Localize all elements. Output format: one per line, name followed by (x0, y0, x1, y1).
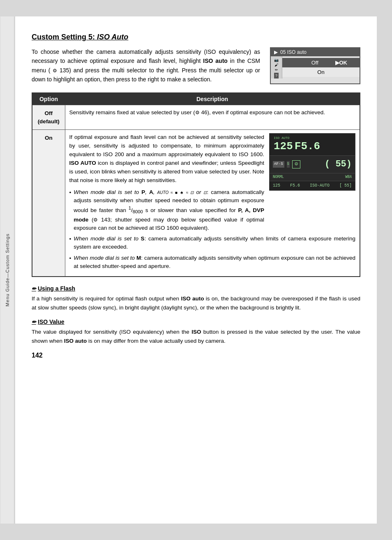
control-panel-image: ISO AUTO 125 F5.6 AF·S S ⊙ ( 55) (269, 133, 355, 190)
option-off: Off (default) (32, 105, 65, 130)
bullet-item-3: • When mode dial is set to M: camera aut… (69, 254, 356, 271)
camera-icon-2: ⚙ (93, 217, 98, 223)
lcd-off-label: Off (295, 60, 335, 66)
lcd-row-on: On (282, 67, 360, 77)
sidebar: Menu Guide—Custom Settings (0, 16, 14, 524)
panel-s-icon: S (287, 161, 290, 168)
bullet-1-comma: , (145, 189, 147, 195)
panel-aperture: F5.6 (295, 140, 320, 153)
panel-a-label: A (350, 175, 352, 179)
bullet-item-1: • When mode dial is set to P, A, AUTO ≈ … (69, 188, 265, 232)
intro-text: To choose whether the camera automatical… (32, 47, 260, 84)
panel-bottom-row: NORML WBA (269, 173, 355, 181)
note-using-flash: ✏ Using a Flash If a high sensitivity is… (32, 285, 360, 312)
page-number: 142 (32, 352, 360, 359)
lcd-row-off: Off ▶OK (282, 58, 360, 67)
lcd-icon-pencil: ✏ (275, 68, 278, 72)
bullet-list: • When mode dial is set to P, A, AUTO ≈ … (69, 188, 356, 270)
note-flash-label: Using a Flash (38, 285, 75, 292)
bullet-1-icons: , AUTO ≈ ■ ♣ ≈ ⊡ or ⊡ (153, 189, 207, 195)
iso-btn-ref: ISO (191, 329, 201, 335)
vf-shutter: 125 (273, 182, 280, 189)
vf-ev: [ 55] (339, 182, 352, 189)
table-row-off: Off (default) Sensitivity remains fixed … (32, 105, 360, 130)
sidebar-label: Menu Guide—Custom Settings (5, 233, 10, 307)
bullet-1-a: A (149, 189, 153, 195)
iso-auto-ref-2: ISO auto (64, 338, 87, 344)
options-table: Option Description Off (default) Sensiti… (32, 92, 360, 277)
col-option-header: Option (32, 93, 65, 105)
desc-on-text-1: If optimal exposure and flash level can … (69, 134, 265, 157)
panel-focus-square: ⊙ (292, 160, 300, 168)
default-label: (default) (38, 118, 60, 125)
mode-icons: AUTO ≈ ■ ♣ ≈ ⊡ (157, 190, 194, 195)
bullet-text-2: When mode dial is set to S: camera autom… (74, 235, 355, 252)
desc-on-text-2: icon is displayed in control panel and v… (69, 160, 265, 183)
panel-top: ISO AUTO 125 F5.6 (269, 133, 355, 156)
note-flash-icon: ✏ (32, 286, 36, 292)
title-italic: ISO Auto (97, 33, 128, 41)
csm-icon: ⚙ (53, 68, 57, 74)
bullet-item-2: • When mode dial is set to S: camera aut… (69, 235, 356, 252)
panel-ev-value: ( 55) (325, 157, 352, 171)
intro-page-ref: 135) and press the multi selector to the… (32, 67, 260, 83)
vf-iso-auto: ISO·AUTO (310, 182, 330, 189)
bullet-3-italic: When mode dial is set to (74, 255, 135, 261)
iso-auto-ref-1: ISO auto (181, 295, 204, 302)
description-on: ISO AUTO 125 F5.6 AF·S S ⊙ ( 55) (65, 130, 360, 277)
vf-aperture: F5.6 (290, 182, 300, 189)
page-title: Custom Setting 5: ISO Auto (32, 33, 360, 42)
note-iso-label: ISO Value (38, 318, 65, 325)
iso-auto-bold: ISO AUTO (69, 160, 96, 166)
panel-norm-label: NORML (273, 174, 284, 180)
intro-bold: ISO auto (203, 58, 228, 64)
note-flash-title: ✏ Using a Flash (32, 285, 360, 292)
bullet-dot-2: • (69, 235, 71, 252)
camera-lcd: ▶ 05 ISO auto 📷 🖌 ✏ ? Off ▶OK On (270, 47, 360, 84)
panel-mid: AF·S S ⊙ ( 55) (269, 156, 355, 173)
off-label: Off (45, 110, 53, 116)
panel-iso-label: ISO AUTO 125 F5.6 (274, 136, 320, 153)
panel-afs-label: AF·S (273, 161, 284, 168)
p-a-dvp: P, A, DVP mode (74, 207, 264, 223)
camera-icon-1: ⚙ (195, 110, 200, 115)
lcd-ok-label: ▶OK (335, 60, 348, 66)
fraction-sup: 1 (129, 205, 131, 210)
bullet-dot-1: • (69, 189, 71, 232)
bullet-text-1: When mode dial is set to P, A, AUTO ≈ ■ … (74, 188, 264, 232)
table-header-row: Option Description (32, 93, 360, 105)
note-iso-text: The value displayed for sensitivity (ISO… (32, 328, 360, 345)
panel-l-label: L (282, 175, 284, 179)
panel-viewfinder: 125 F5.6 ISO·AUTO [ 55] (269, 181, 355, 191)
lcd-body: 📷 🖌 ✏ ? Off ▶OK On (271, 56, 360, 78)
panel-shutter: 125 (274, 140, 293, 153)
bullet-1-p: P (141, 189, 145, 195)
bullet-1-italic: When mode dial is set to (74, 189, 139, 195)
on-label: On (45, 135, 53, 141)
lcd-icon-question: ? (274, 73, 279, 78)
lcd-play-icon: ▶ (274, 49, 278, 55)
lcd-icon-camera: 📷 (274, 58, 279, 62)
lcd-title-bar: ▶ 05 ISO auto (271, 48, 360, 56)
lcd-on-label: On (295, 69, 347, 75)
lcd-left-icons: 📷 🖌 ✏ ? (271, 56, 282, 78)
bullet-3-m: M (136, 255, 141, 261)
fraction-sub: 8000 (133, 210, 143, 215)
panel-values: 125 F5.6 (274, 140, 320, 153)
bullet-text-3: When mode dial is set to M: camera autom… (74, 254, 355, 271)
note-iso-title: ✏ ISO Value (32, 318, 360, 325)
lcd-title: 05 ISO auto (280, 49, 307, 55)
mode-icon-2: ⊡ (203, 190, 207, 195)
note-flash-text: If a high sensitivity is required for op… (32, 294, 360, 312)
note-iso-icon: ✏ (32, 319, 36, 325)
panel-iso-text: ISO AUTO (274, 136, 320, 140)
option-on: On (32, 130, 65, 277)
description-off: Sensitivity remains fixed at value selec… (65, 105, 360, 130)
lcd-icon-brush: 🖌 (274, 63, 278, 67)
panel-wb-label: WBA (345, 174, 352, 180)
bullet-2-s: S (141, 235, 145, 242)
bullet-2-italic: When mode dial is set to (74, 235, 138, 242)
note-iso-value: ✏ ISO Value The value displayed for sens… (32, 318, 360, 345)
bullet-dot-3: • (69, 254, 71, 271)
col-description-header: Description (65, 93, 360, 105)
